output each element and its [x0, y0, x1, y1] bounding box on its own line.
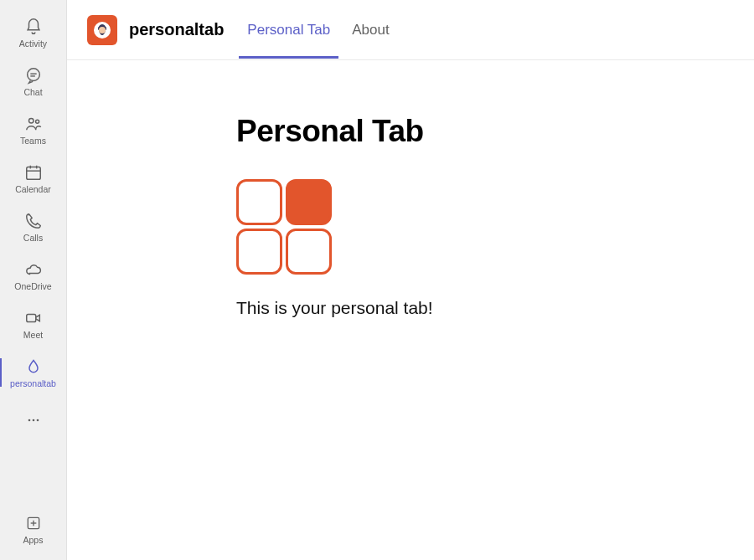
sidebar-item-label: OneDrive [14, 281, 51, 291]
sidebar-item-teams[interactable]: Teams [0, 105, 66, 154]
sidebar-item-apps[interactable]: Apps [0, 505, 66, 553]
sidebar-item-label: Apps [23, 535, 44, 545]
sidebar-item-label: Teams [20, 136, 46, 146]
left-nav-rail: Activity Chat [0, 0, 67, 560]
sidebar-item-label: Calendar [15, 184, 51, 194]
svg-point-3 [28, 119, 34, 124]
calendar-icon [23, 162, 44, 182]
svg-point-12 [36, 419, 39, 422]
svg-rect-5 [26, 167, 40, 180]
logo-grid [236, 179, 754, 275]
tab-content: Personal Tab This is your personal tab! [67, 60, 754, 560]
bell-icon [23, 17, 44, 37]
app-icon [87, 15, 117, 45]
sidebar-item-chat[interactable]: Chat [0, 57, 66, 105]
drop-icon [23, 357, 44, 377]
top-bar: personaltab Personal Tab About [67, 0, 754, 60]
sidebar-item-meet[interactable]: Meet [0, 300, 66, 348]
sidebar-item-label: Meet [23, 330, 43, 340]
phone-icon [23, 211, 44, 231]
svg-point-11 [32, 419, 34, 422]
sidebar-item-more[interactable] [0, 402, 66, 439]
sidebar-item-label: Calls [23, 233, 43, 243]
sidebar-item-label: personaltab [10, 378, 56, 388]
more-icon [23, 410, 44, 430]
video-icon [23, 308, 44, 328]
chat-icon [23, 65, 44, 85]
svg-point-17 [99, 27, 106, 33]
cloud-icon [23, 259, 44, 280]
page-heading: Personal Tab [236, 114, 754, 149]
sidebar-item-calls[interactable]: Calls [0, 203, 66, 251]
svg-point-4 [35, 120, 39, 123]
logo-square-bl [236, 229, 282, 275]
sidebar-item-onedrive[interactable]: OneDrive [0, 251, 66, 300]
sidebar-item-personaltab[interactable]: personaltab [0, 348, 66, 397]
logo-square-br [286, 229, 332, 275]
sidebar-item-label: Activity [19, 39, 47, 49]
logo-square-tr [286, 179, 332, 225]
svg-point-0 [27, 69, 39, 81]
teams-icon [23, 114, 44, 134]
page-description: This is your personal tab! [236, 298, 754, 318]
svg-rect-9 [26, 314, 35, 321]
sidebar-item-activity[interactable]: Activity [0, 8, 66, 57]
app-root: Activity Chat [0, 0, 754, 560]
logo-square-tl [236, 179, 282, 225]
sidebar-item-label: Chat [23, 87, 42, 97]
sidebar-item-calendar[interactable]: Calendar [0, 154, 66, 203]
tab-about[interactable]: About [347, 22, 394, 39]
tab-personal-tab[interactable]: Personal Tab [242, 22, 335, 39]
main-panel: personaltab Personal Tab About Personal … [67, 0, 754, 560]
app-title: personaltab [129, 20, 224, 39]
svg-point-10 [28, 419, 30, 422]
apps-icon [23, 513, 44, 533]
